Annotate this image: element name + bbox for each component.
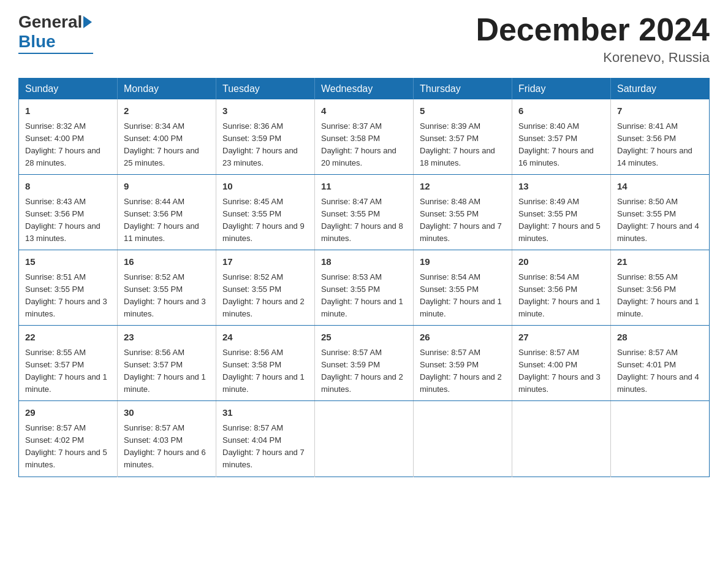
table-row [414, 401, 512, 477]
day-info: Sunrise: 8:57 AMSunset: 4:00 PMDaylight:… [518, 347, 604, 396]
table-row: 6Sunrise: 8:40 AMSunset: 3:57 PMDaylight… [512, 99, 611, 175]
logo-blue-text: Blue [18, 32, 56, 52]
day-number: 25 [321, 331, 407, 345]
table-row: 16Sunrise: 8:52 AMSunset: 3:55 PMDayligh… [118, 250, 216, 326]
table-row: 9Sunrise: 8:44 AMSunset: 3:56 PMDaylight… [118, 175, 216, 250]
day-info: Sunrise: 8:36 AMSunset: 3:59 PMDaylight:… [222, 120, 308, 170]
calendar-week-row: 1Sunrise: 8:32 AMSunset: 4:00 PMDaylight… [19, 99, 710, 175]
logo-underline [18, 53, 93, 54]
table-row: 26Sunrise: 8:57 AMSunset: 3:59 PMDayligh… [414, 326, 512, 401]
day-info: Sunrise: 8:55 AMSunset: 3:57 PMDaylight:… [25, 347, 111, 396]
day-info: Sunrise: 8:39 AMSunset: 3:57 PMDaylight:… [420, 120, 506, 170]
day-info: Sunrise: 8:37 AMSunset: 3:58 PMDaylight:… [321, 120, 407, 170]
table-row: 13Sunrise: 8:49 AMSunset: 3:55 PMDayligh… [512, 175, 611, 250]
day-info: Sunrise: 8:55 AMSunset: 3:56 PMDaylight:… [617, 271, 703, 321]
day-number: 16 [124, 255, 210, 269]
day-number: 5 [420, 104, 506, 118]
day-number: 20 [518, 255, 604, 269]
location: Korenevo, Russia [476, 50, 710, 66]
logo-arrow-icon [83, 16, 92, 28]
day-info: Sunrise: 8:51 AMSunset: 3:55 PMDaylight:… [25, 271, 111, 321]
table-row: 21Sunrise: 8:55 AMSunset: 3:56 PMDayligh… [611, 250, 710, 326]
day-info: Sunrise: 8:56 AMSunset: 3:57 PMDaylight:… [124, 347, 210, 396]
day-number: 26 [420, 331, 506, 345]
table-row: 14Sunrise: 8:50 AMSunset: 3:55 PMDayligh… [611, 175, 710, 250]
day-info: Sunrise: 8:57 AMSunset: 4:04 PMDaylight:… [222, 422, 308, 472]
day-info: Sunrise: 8:40 AMSunset: 3:57 PMDaylight:… [518, 120, 604, 170]
table-row: 28Sunrise: 8:57 AMSunset: 4:01 PMDayligh… [611, 326, 710, 401]
calendar-table: Sunday Monday Tuesday Wednesday Thursday… [18, 78, 710, 477]
day-number: 7 [617, 104, 703, 118]
calendar-header-row: Sunday Monday Tuesday Wednesday Thursday… [19, 79, 710, 100]
table-row: 24Sunrise: 8:56 AMSunset: 3:58 PMDayligh… [216, 326, 315, 401]
col-tuesday: Tuesday [216, 79, 315, 100]
col-saturday: Saturday [611, 79, 710, 100]
table-row: 19Sunrise: 8:54 AMSunset: 3:55 PMDayligh… [414, 250, 512, 326]
table-row: 4Sunrise: 8:37 AMSunset: 3:58 PMDaylight… [315, 99, 414, 175]
day-number: 29 [25, 406, 111, 420]
day-number: 30 [124, 406, 210, 420]
day-number: 11 [321, 180, 407, 194]
table-row [611, 401, 710, 477]
table-row: 2Sunrise: 8:34 AMSunset: 4:00 PMDaylight… [118, 99, 216, 175]
day-info: Sunrise: 8:41 AMSunset: 3:56 PMDaylight:… [617, 120, 703, 170]
day-info: Sunrise: 8:43 AMSunset: 3:56 PMDaylight:… [25, 196, 111, 245]
table-row: 11Sunrise: 8:47 AMSunset: 3:55 PMDayligh… [315, 175, 414, 250]
day-info: Sunrise: 8:49 AMSunset: 3:55 PMDaylight:… [518, 196, 604, 245]
day-number: 18 [321, 255, 407, 269]
day-info: Sunrise: 8:53 AMSunset: 3:55 PMDaylight:… [321, 271, 407, 321]
day-number: 17 [222, 255, 308, 269]
day-info: Sunrise: 8:44 AMSunset: 3:56 PMDaylight:… [124, 196, 210, 245]
day-number: 24 [222, 331, 308, 345]
day-number: 28 [617, 331, 703, 345]
day-info: Sunrise: 8:48 AMSunset: 3:55 PMDaylight:… [420, 196, 506, 245]
day-info: Sunrise: 8:52 AMSunset: 3:55 PMDaylight:… [222, 271, 308, 321]
table-row: 31Sunrise: 8:57 AMSunset: 4:04 PMDayligh… [216, 401, 315, 477]
day-number: 9 [124, 180, 210, 194]
day-number: 2 [124, 104, 210, 118]
col-monday: Monday [118, 79, 216, 100]
table-row [315, 401, 414, 477]
table-row: 8Sunrise: 8:43 AMSunset: 3:56 PMDaylight… [19, 175, 118, 250]
day-info: Sunrise: 8:52 AMSunset: 3:55 PMDaylight:… [124, 271, 210, 321]
table-row: 7Sunrise: 8:41 AMSunset: 3:56 PMDaylight… [611, 99, 710, 175]
table-row: 3Sunrise: 8:36 AMSunset: 3:59 PMDaylight… [216, 99, 315, 175]
calendar-week-row: 29Sunrise: 8:57 AMSunset: 4:02 PMDayligh… [19, 401, 710, 477]
day-info: Sunrise: 8:57 AMSunset: 4:03 PMDaylight:… [124, 422, 210, 472]
day-number: 8 [25, 180, 111, 194]
day-number: 12 [420, 180, 506, 194]
page-header: General Blue December 2024 Korenevo, Rus… [18, 12, 710, 66]
day-info: Sunrise: 8:54 AMSunset: 3:56 PMDaylight:… [518, 271, 604, 321]
month-title: December 2024 [476, 12, 710, 47]
col-friday: Friday [512, 79, 611, 100]
table-row: 17Sunrise: 8:52 AMSunset: 3:55 PMDayligh… [216, 250, 315, 326]
day-number: 3 [222, 104, 308, 118]
table-row: 29Sunrise: 8:57 AMSunset: 4:02 PMDayligh… [19, 401, 118, 477]
day-info: Sunrise: 8:54 AMSunset: 3:55 PMDaylight:… [420, 271, 506, 321]
day-info: Sunrise: 8:57 AMSunset: 4:02 PMDaylight:… [25, 422, 111, 472]
col-wednesday: Wednesday [315, 79, 414, 100]
table-row: 18Sunrise: 8:53 AMSunset: 3:55 PMDayligh… [315, 250, 414, 326]
day-info: Sunrise: 8:57 AMSunset: 4:01 PMDaylight:… [617, 347, 703, 396]
title-section: December 2024 Korenevo, Russia [476, 12, 710, 66]
day-number: 19 [420, 255, 506, 269]
table-row: 10Sunrise: 8:45 AMSunset: 3:55 PMDayligh… [216, 175, 315, 250]
day-info: Sunrise: 8:32 AMSunset: 4:00 PMDaylight:… [25, 120, 111, 170]
day-info: Sunrise: 8:47 AMSunset: 3:55 PMDaylight:… [321, 196, 407, 245]
table-row: 20Sunrise: 8:54 AMSunset: 3:56 PMDayligh… [512, 250, 611, 326]
table-row: 5Sunrise: 8:39 AMSunset: 3:57 PMDaylight… [414, 99, 512, 175]
calendar-week-row: 8Sunrise: 8:43 AMSunset: 3:56 PMDaylight… [19, 175, 710, 250]
col-thursday: Thursday [414, 79, 512, 100]
day-number: 4 [321, 104, 407, 118]
calendar-week-row: 22Sunrise: 8:55 AMSunset: 3:57 PMDayligh… [19, 326, 710, 401]
day-number: 21 [617, 255, 703, 269]
day-number: 1 [25, 104, 111, 118]
table-row: 25Sunrise: 8:57 AMSunset: 3:59 PMDayligh… [315, 326, 414, 401]
table-row: 1Sunrise: 8:32 AMSunset: 4:00 PMDaylight… [19, 99, 118, 175]
col-sunday: Sunday [19, 79, 118, 100]
day-info: Sunrise: 8:45 AMSunset: 3:55 PMDaylight:… [222, 196, 308, 245]
table-row: 12Sunrise: 8:48 AMSunset: 3:55 PMDayligh… [414, 175, 512, 250]
day-number: 6 [518, 104, 604, 118]
day-info: Sunrise: 8:57 AMSunset: 3:59 PMDaylight:… [420, 347, 506, 396]
day-info: Sunrise: 8:56 AMSunset: 3:58 PMDaylight:… [222, 347, 308, 396]
